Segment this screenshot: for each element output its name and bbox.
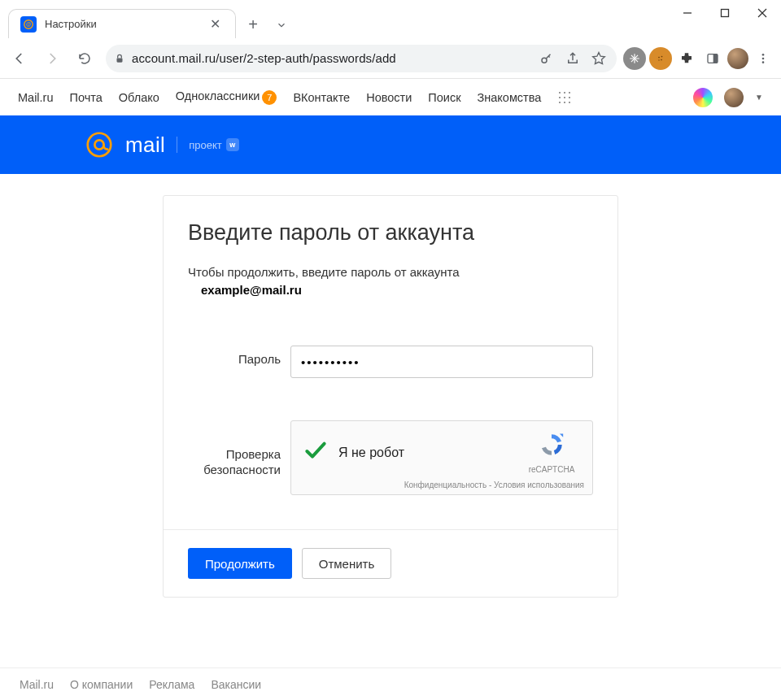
svg-point-14 — [762, 54, 765, 56]
browser-tab[interactable]: @ Настройки ✕ — [8, 9, 236, 38]
reload-button[interactable] — [70, 44, 99, 73]
footer-about[interactable]: О компании — [70, 678, 133, 691]
password-label: Пароль — [188, 346, 290, 366]
lock-icon — [114, 53, 125, 64]
footer-jobs[interactable]: Вакансии — [211, 678, 261, 691]
svg-rect-6 — [117, 58, 123, 62]
brand-name: mail — [125, 133, 165, 158]
window-maximize-icon[interactable] — [706, 0, 744, 26]
card-footer: Продолжить Отменить — [164, 529, 617, 597]
cancel-button[interactable]: Отменить — [302, 548, 392, 579]
tab-favicon: @ — [20, 16, 37, 33]
page-footer: Mail.ru О компании Реклама Вакансии — [0, 667, 781, 700]
svg-point-17 — [88, 133, 111, 157]
svg-point-16 — [762, 61, 765, 63]
card-hint: Чтобы продолжить, введите пароль от акка… — [188, 263, 593, 280]
window-controls — [669, 0, 781, 26]
address-bar[interactable]: account.mail.ru/user/2-step-auth/passwor… — [106, 45, 617, 72]
recaptcha-logo: reCAPTCHA — [519, 431, 584, 474]
svg-point-11 — [658, 59, 659, 60]
forward-button[interactable] — [37, 44, 67, 73]
footer-ads[interactable]: Реклама — [149, 678, 194, 691]
svg-text:@: @ — [26, 21, 31, 27]
extension-1-icon[interactable] — [623, 47, 646, 70]
svg-point-8 — [658, 56, 660, 58]
recaptcha-widget[interactable]: Я не робот reCAPTCHA — [290, 420, 593, 495]
mail-at-logo-icon — [85, 130, 114, 159]
tab-overflow-icon[interactable] — [265, 12, 298, 38]
header-divider — [177, 137, 177, 153]
svg-point-9 — [661, 55, 663, 57]
footer-mailru[interactable]: Mail.ru — [20, 678, 54, 691]
side-panel-icon[interactable] — [701, 47, 724, 70]
svg-point-10 — [661, 59, 662, 60]
svg-point-15 — [762, 57, 765, 59]
submit-button[interactable]: Продолжить — [188, 548, 292, 579]
extension-cookie-icon[interactable] — [649, 47, 672, 70]
url-text: account.mail.ru/user/2-step-auth/passwor… — [132, 51, 530, 65]
key-icon[interactable] — [537, 51, 556, 66]
recaptcha-links: Конфиденциальность - Условия использован… — [303, 480, 584, 489]
checkmark-icon — [303, 438, 329, 467]
security-check-label: Проверка безопасности — [188, 437, 290, 478]
back-button[interactable] — [5, 44, 34, 73]
topnav-mailru[interactable]: Mail.ru — [18, 91, 54, 104]
window-minimize-icon[interactable] — [669, 0, 706, 26]
user-menu-caret-icon[interactable]: ▼ — [755, 93, 763, 102]
share-icon[interactable] — [563, 51, 582, 66]
captcha-text: Я не робот — [338, 446, 519, 460]
svg-point-7 — [542, 58, 547, 63]
extensions-menu-icon[interactable] — [675, 47, 698, 70]
window-close-icon[interactable] — [744, 0, 781, 26]
brand-header: mail проект w — [0, 115, 781, 174]
browser-toolbar: account.mail.ru/user/2-step-auth/passwor… — [0, 38, 781, 79]
svg-rect-13 — [713, 54, 718, 63]
password-card: Введите пароль от аккаунта Чтобы продолж… — [163, 195, 618, 598]
password-input[interactable] — [290, 346, 593, 378]
browser-menu-icon[interactable] — [752, 47, 774, 70]
topnav-dating[interactable]: Знакомства — [478, 91, 542, 104]
card-title: Введите пароль от аккаунта — [188, 220, 593, 246]
apps-grid-icon[interactable] — [557, 90, 572, 105]
topnav-odnoklassniki[interactable]: Одноклассники7 — [176, 89, 277, 104]
topnav-mail[interactable]: Почта — [70, 91, 103, 104]
topnav-vk[interactable]: ВКонтакте — [293, 91, 350, 104]
topnav-cloud[interactable]: Облако — [119, 91, 159, 104]
browser-titlebar: @ Настройки ✕ + — [0, 0, 781, 38]
user-avatar[interactable] — [724, 88, 744, 107]
bookmark-icon[interactable] — [589, 51, 609, 66]
topnav-news[interactable]: Новости — [366, 91, 412, 104]
profile-avatar[interactable] — [727, 48, 748, 69]
notification-badge: 7 — [262, 90, 277, 105]
svg-rect-3 — [722, 10, 729, 17]
site-top-nav: Mail.ru Почта Облако Одноклассники7 ВКон… — [0, 79, 781, 115]
page-content: Введите пароль от аккаунта Чтобы продолж… — [0, 174, 781, 614]
brand-project: проект w — [189, 138, 239, 151]
account-email: example@mail.ru — [201, 283, 593, 297]
tab-title: Настройки — [45, 18, 199, 30]
vk-badge-icon: w — [226, 138, 239, 151]
extensions-row — [623, 47, 776, 70]
marusia-icon[interactable] — [693, 88, 713, 107]
svg-marker-19 — [560, 434, 563, 437]
new-tab-button[interactable]: + — [241, 12, 265, 37]
close-tab-icon[interactable]: ✕ — [207, 15, 224, 33]
recaptcha-icon — [538, 431, 565, 459]
topnav-search[interactable]: Поиск — [428, 91, 460, 104]
